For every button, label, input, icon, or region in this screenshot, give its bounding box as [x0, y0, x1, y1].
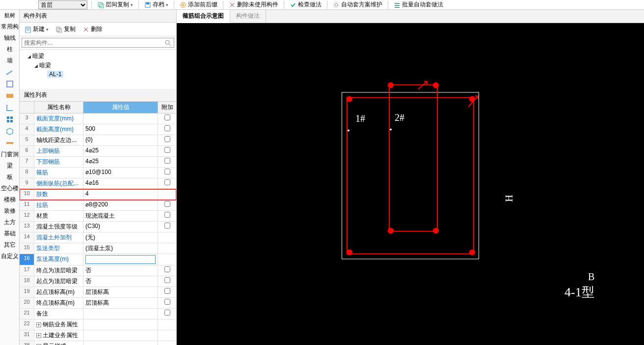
expand-icon[interactable]: +: [36, 322, 41, 327]
property-row[interactable]: 13混凝土强度等级(C30): [20, 222, 176, 232]
property-value[interactable]: (C30): [83, 222, 158, 232]
auto-maintain-button[interactable]: 自动套方案维护: [331, 0, 384, 9]
property-value[interactable]: 层顶标高: [83, 287, 158, 297]
property-row[interactable]: 14混凝土外加剂(无): [20, 232, 176, 243]
property-row[interactable]: 31+土建业务属性: [20, 330, 176, 341]
property-value[interactable]: 4⌀16: [83, 178, 158, 189]
tab-diagram[interactable]: 箍筋组合示意图: [177, 10, 230, 23]
property-row[interactable]: 7下部钢筋4⌀25: [20, 157, 176, 168]
extra-checkbox[interactable]: [164, 223, 170, 229]
property-row[interactable]: 17终点为顶层暗梁否: [20, 265, 176, 276]
delete-unused-button[interactable]: 删除未使用构件: [227, 0, 280, 9]
property-row[interactable]: 38+显示样式: [20, 341, 176, 345]
brick-icon[interactable]: [5, 91, 14, 100]
property-value[interactable]: [83, 254, 158, 265]
extra-checkbox[interactable]: [164, 147, 170, 153]
property-row[interactable]: 5轴线距梁左边...(0): [20, 135, 176, 146]
extra-checkbox[interactable]: [164, 266, 170, 272]
floor-icon[interactable]: [5, 139, 14, 147]
property-value[interactable]: [83, 330, 158, 341]
tree-leaf-al1[interactable]: AL-1: [47, 71, 63, 78]
property-value[interactable]: 现浇混凝土: [83, 211, 158, 221]
tree-root[interactable]: 暗梁: [32, 53, 44, 59]
property-row[interactable]: 4截面高度(mm)500: [20, 124, 176, 135]
property-row[interactable]: 19起点顶标高(m)层顶标高: [20, 287, 176, 298]
extra-checkbox[interactable]: [164, 158, 170, 164]
nav-item-earth[interactable]: 土方: [0, 217, 19, 228]
property-value[interactable]: 4: [83, 189, 158, 200]
extra-checkbox[interactable]: [164, 212, 170, 218]
property-row[interactable]: 8箍筋⌀10@100: [20, 168, 176, 178]
property-row[interactable]: 20终点顶标高(m)层顶标高: [20, 298, 176, 309]
property-value[interactable]: 4⌀25: [83, 157, 158, 167]
nav-item-decor[interactable]: 装修: [0, 205, 19, 217]
search-input[interactable]: [22, 38, 174, 48]
copy-component-button[interactable]: 复制: [54, 25, 78, 34]
tree-child[interactable]: 暗梁: [39, 62, 51, 69]
property-row[interactable]: 15泵送类型(混凝土泵): [20, 243, 176, 254]
extra-checkbox[interactable]: [164, 288, 170, 294]
extra-checkbox[interactable]: [164, 125, 170, 131]
delete-component-button[interactable]: 删除: [80, 25, 105, 34]
property-value[interactable]: (混凝土泵): [83, 243, 158, 254]
wall-icon[interactable]: [5, 68, 14, 77]
property-value[interactable]: [83, 309, 158, 319]
property-value[interactable]: (0): [83, 135, 158, 145]
property-row[interactable]: 22+钢筋业务属性: [20, 319, 176, 330]
extra-checkbox[interactable]: [164, 136, 170, 142]
property-value[interactable]: 层顶标高: [83, 298, 158, 308]
extra-checkbox[interactable]: [164, 169, 170, 174]
property-value-input[interactable]: [85, 255, 156, 264]
property-value[interactable]: 否: [83, 265, 158, 276]
search-icon[interactable]: [164, 39, 171, 46]
nav-item-custom[interactable]: 自定义: [0, 251, 19, 262]
extra-checkbox[interactable]: [164, 299, 170, 305]
nav-item-other[interactable]: 其它: [0, 239, 19, 251]
extra-checkbox[interactable]: [164, 201, 170, 207]
tab-method[interactable]: 构件做法: [230, 10, 266, 23]
property-row[interactable]: 12材质现浇混凝土: [20, 211, 176, 222]
extra-checkbox[interactable]: [164, 115, 170, 120]
add-prefix-button[interactable]: 添加前后缀: [178, 0, 219, 9]
property-value[interactable]: [83, 319, 158, 330]
canvas-area[interactable]: 1# 2# H B 4-1型: [177, 23, 644, 345]
extra-checkbox[interactable]: [164, 277, 170, 283]
property-value[interactable]: ⌀8@200: [83, 200, 158, 210]
nav-item-hollow[interactable]: 空心楼: [0, 183, 19, 194]
new-button[interactable]: 新建▾: [23, 25, 51, 34]
component-tree[interactable]: ◢暗梁 ◢暗梁 AL-1: [20, 50, 176, 89]
property-row[interactable]: 10肢数4: [20, 189, 176, 200]
property-row[interactable]: 11拉筋⌀8@200: [20, 200, 176, 211]
extra-checkbox[interactable]: [164, 310, 170, 316]
nav-item-stair[interactable]: 楼梯: [0, 194, 19, 205]
nav-item-foundation[interactable]: 基础: [0, 228, 19, 239]
property-value[interactable]: ⌀10@100: [83, 168, 158, 178]
box-icon[interactable]: [5, 127, 14, 136]
property-value[interactable]: [83, 114, 158, 124]
layer-copy-button[interactable]: 层间复制▾: [96, 0, 134, 9]
property-value[interactable]: [83, 341, 158, 345]
nav-item-common[interactable]: 常用构: [0, 21, 19, 32]
grid-icon[interactable]: [5, 115, 14, 124]
archive-button[interactable]: 存档▾: [143, 0, 170, 9]
nav-item-wall[interactable]: 墙: [0, 55, 19, 66]
property-value[interactable]: (无): [83, 232, 158, 243]
property-value[interactable]: 500: [83, 124, 158, 135]
property-row[interactable]: 16泵送高度(m): [20, 254, 176, 265]
nav-item-doorwindow[interactable]: 门窗洞: [0, 149, 19, 160]
angle-icon[interactable]: [5, 103, 14, 112]
batch-auto-button[interactable]: 批量自动套做法: [392, 0, 445, 9]
nav-item-beam[interactable]: 梁: [0, 160, 19, 172]
nav-item-slab[interactable]: 板: [0, 172, 19, 183]
expand-icon[interactable]: +: [36, 333, 41, 338]
property-row[interactable]: 3截面宽度(mm): [20, 114, 176, 124]
property-value[interactable]: 4⌀25: [83, 146, 158, 156]
property-row[interactable]: 18起点为顶层暗梁否: [20, 276, 176, 287]
property-row[interactable]: 21备注: [20, 309, 176, 319]
check-method-button[interactable]: 检查做法: [288, 0, 323, 9]
panel-icon[interactable]: [5, 80, 14, 88]
floor-select[interactable]: 首层: [38, 0, 87, 9]
property-body[interactable]: 3截面宽度(mm)4截面高度(mm)5005轴线距梁左边...(0)6上部钢筋4…: [20, 114, 176, 345]
nav-item-axis[interactable]: 轴线: [0, 32, 19, 44]
nav-item-column[interactable]: 柱: [0, 44, 19, 55]
